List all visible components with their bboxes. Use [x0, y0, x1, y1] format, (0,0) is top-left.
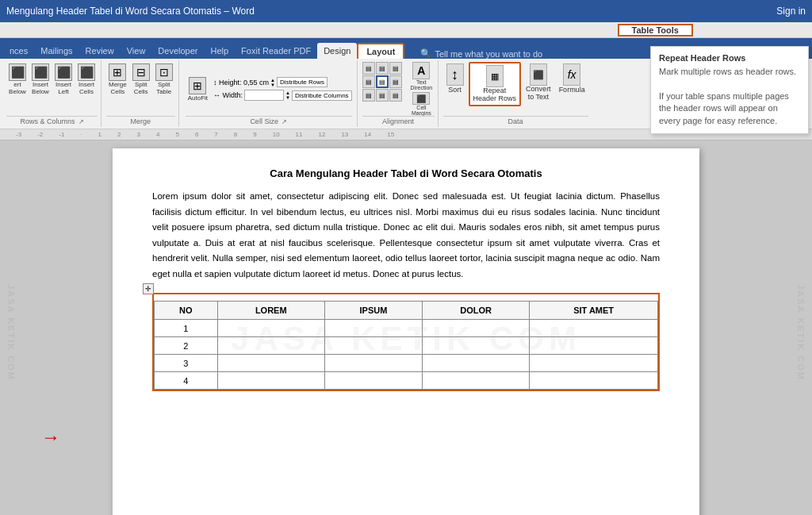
tab-help[interactable]: Help: [204, 43, 235, 59]
merge-cells-btn[interactable]: ⊞ MergeCells: [106, 62, 129, 97]
align-tl-btn[interactable]: ▤: [362, 62, 375, 75]
sort-btn[interactable]: ↕ Sort: [443, 62, 467, 95]
table-arrow: →: [41, 426, 60, 448]
title-bar: Mengulang Header Tabel di Word Secara Ot…: [0, 0, 812, 22]
app-title: Mengulang Header Tabel di Word Secara Ot…: [6, 6, 255, 17]
tab-foxit[interactable]: Foxit Reader PDF: [235, 43, 317, 59]
document-table: NO LOREM IPSUM DOLOR SIT AMET 1: [154, 301, 658, 390]
table-row: 3: [155, 355, 658, 372]
insert-below-btn[interactable]: ⬛ ertBelow: [6, 62, 29, 97]
data-label: Data: [443, 116, 588, 125]
align-tc-btn[interactable]: ▤: [376, 62, 389, 75]
align-mr-btn[interactable]: ▤: [389, 75, 402, 88]
table-tools-banner: Table Tools: [0, 22, 812, 38]
col-ipsum: IPSUM: [324, 302, 422, 320]
align-tr-btn[interactable]: ▤: [389, 62, 402, 75]
width-input[interactable]: [244, 90, 284, 101]
data-group: ↕ Sort ▦ RepeatHeader Rows ⬛ Convertto T…: [440, 60, 592, 127]
split-cells-btn[interactable]: ⊟ SplitCells: [130, 62, 152, 97]
convert-to-text-btn[interactable]: ⬛ Convertto Text: [523, 62, 554, 103]
table-row: 2: [155, 337, 658, 355]
page-title: Cara Mengulang Header Tabel di Word Seca…: [152, 167, 660, 179]
height-down-btn[interactable]: ▼: [270, 83, 275, 87]
watermark-right: JASA KETIK COM: [796, 284, 806, 381]
split-table-btn[interactable]: ⊡ SplitTable: [153, 62, 175, 97]
sign-in-button[interactable]: Sign in: [776, 6, 806, 17]
align-ml-btn[interactable]: ▤: [362, 75, 375, 88]
align-br-btn[interactable]: ▤: [389, 89, 402, 102]
distribute-cols-btn[interactable]: Distribute Columns: [292, 90, 352, 101]
table-tools-label: Table Tools: [618, 24, 694, 37]
table-row: 1: [155, 320, 658, 337]
merge-label: Merge: [106, 116, 175, 125]
watermark-left: JASA KETIK COM: [6, 284, 16, 381]
col-lorem: LOREM: [217, 302, 324, 320]
alignment-group: ▤ ▤ ▤ ▤ ▤ ▤ ▤ ▤ ▤ A TextDirection: [359, 60, 439, 127]
tab-design[interactable]: Design: [317, 43, 357, 59]
col-sitamet: SIT AMET: [530, 302, 658, 320]
table-row: 4: [155, 372, 658, 390]
col-no: NO: [155, 302, 218, 320]
merge-group: ⊞ MergeCells ⊟ SplitCells ⊡ SplitTable M…: [103, 60, 179, 127]
cell-size-label: Cell Size ↗: [186, 116, 352, 125]
tooltip-text: Mark multiple rows as header rows. If yo…: [659, 66, 800, 127]
table-move-handle[interactable]: ✛: [143, 283, 154, 294]
align-bc-btn[interactable]: ▤: [376, 89, 389, 102]
tooltip-title: Repeat Header Rows: [659, 53, 800, 63]
tab-mailings[interactable]: Mailings: [34, 43, 79, 59]
tab-view[interactable]: View: [121, 43, 152, 59]
align-mc-btn[interactable]: ▤: [376, 75, 389, 88]
search-bar[interactable]: Tell me what you want to do: [435, 49, 542, 59]
tab-layout[interactable]: Layout: [357, 43, 404, 59]
rows-columns-group: ⬛ ertBelow ⬛ InsertBelow ⬛ InsertLeft ⬛ …: [3, 60, 102, 127]
repeat-header-rows-btn[interactable]: ▦ RepeatHeader Rows: [469, 62, 522, 106]
insert-below-btn2[interactable]: ⬛ InsertBelow: [29, 62, 52, 97]
tab-developer[interactable]: Developer: [151, 43, 204, 59]
alignment-label: Alignment: [362, 116, 435, 125]
cell-margins-btn[interactable]: ⬛ CellMargins: [411, 92, 433, 116]
rows-columns-label: Rows & Columns ↗: [6, 116, 98, 125]
repeat-header-tooltip: Repeat Header Rows Mark multiple rows as…: [650, 46, 809, 134]
width-down-btn[interactable]: ▼: [285, 95, 290, 100]
distribute-rows-btn[interactable]: Distribute Rows: [277, 77, 327, 87]
insert-cells-btn[interactable]: ⬛ InsertCells: [75, 62, 98, 97]
page-body[interactable]: Lorem ipsum dolor sit amet, consectetur …: [152, 189, 660, 282]
autofit-btn[interactable]: ⊞ AutoFit: [186, 75, 210, 103]
tab-nces[interactable]: nces: [3, 43, 34, 59]
document-area: JASA KETIK COM JASA KETIK COM → JASA KET…: [0, 140, 812, 515]
text-direction-btn[interactable]: A TextDirection: [411, 62, 433, 90]
formula-btn[interactable]: fx Formula: [556, 62, 588, 95]
page: JASA KETIK COM Cara Mengulang Header Tab…: [113, 148, 699, 515]
tab-review[interactable]: Review: [79, 43, 121, 59]
align-bl-btn[interactable]: ▤: [362, 89, 375, 102]
insert-left-btn[interactable]: ⬛ InsertLeft: [52, 62, 75, 97]
cell-size-group: ⊞ AutoFit ↕ Height: 0,55 cm ▲ ▼ Distribu…: [181, 60, 358, 127]
col-dolor: DOLOR: [423, 302, 530, 320]
